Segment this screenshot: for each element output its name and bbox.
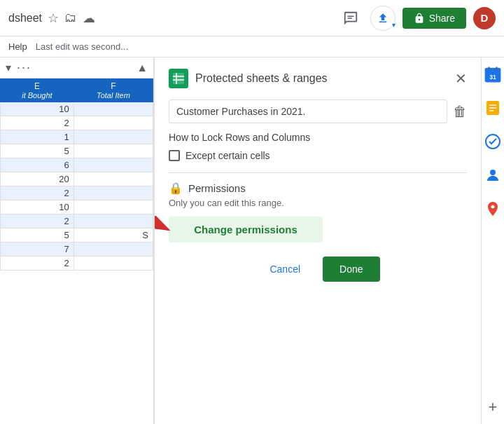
- main: ▾ ··· ▲ E it Bought F Total Item: [0, 57, 504, 424]
- cell-e[interactable]: 10: [1, 102, 74, 116]
- except-cells-label: Except certain cells: [186, 150, 270, 161]
- table-row: 5: [1, 144, 153, 158]
- cell-f[interactable]: [74, 257, 153, 271]
- sidebar-maps-icon[interactable]: [482, 198, 504, 220]
- svg-rect-9: [496, 67, 497, 70]
- panel-header: Protected sheets & ranges ✕: [169, 69, 467, 88]
- table-row: 1: [1, 130, 153, 144]
- cell-f[interactable]: [74, 158, 153, 172]
- cloud-icon[interactable]: ☁: [83, 11, 95, 26]
- done-button[interactable]: Done: [323, 257, 379, 282]
- header: dsheet ☆ 🗂 ☁ Share D: [0, 0, 504, 36]
- sheet-toolbar: ▾ ··· ▲: [0, 57, 153, 78]
- table-row: 2: [1, 214, 153, 228]
- col-e-label: it Bought: [5, 91, 69, 100]
- sheets-icon: [169, 69, 188, 88]
- avatar[interactable]: D: [473, 7, 496, 29]
- cell-e[interactable]: 10: [1, 200, 74, 214]
- comments-button[interactable]: [338, 6, 363, 31]
- svg-point-16: [490, 170, 496, 175]
- col-f-letter: F: [78, 81, 148, 91]
- table-row: 7: [1, 242, 153, 257]
- cancel-button[interactable]: Cancel: [255, 257, 314, 282]
- sidebar-add-icon[interactable]: +: [482, 396, 504, 418]
- col-f-label: Total Item: [78, 91, 148, 100]
- cell-e[interactable]: 2: [1, 186, 74, 200]
- panel-title: Protected sheets & ranges: [195, 72, 448, 85]
- last-edit: Last edit was second...: [36, 41, 128, 52]
- lock-rows-label: How to Lock Rows and Columns: [169, 132, 467, 143]
- table-row: 5S: [1, 228, 153, 242]
- cell-e[interactable]: 2: [1, 116, 74, 130]
- sidebar-contacts-icon[interactable]: [482, 164, 504, 186]
- change-permissions-wrapper: Change permissions: [169, 217, 467, 242]
- table-row: 2: [1, 186, 153, 200]
- more-options-button[interactable]: ···: [17, 60, 31, 75]
- change-permissions-button[interactable]: Change permissions: [169, 217, 323, 242]
- cell-f[interactable]: [74, 214, 153, 228]
- chevron-up-icon[interactable]: ▲: [136, 62, 148, 74]
- cell-e[interactable]: 6: [1, 158, 74, 172]
- svg-rect-7: [485, 68, 500, 73]
- header-left: dsheet ☆ 🗂 ☁: [8, 11, 332, 26]
- table-row: 2: [1, 257, 153, 271]
- cell-f[interactable]: [74, 200, 153, 214]
- table-row: 6: [1, 158, 153, 172]
- right-sidebar: 31: [481, 57, 504, 424]
- svg-rect-1: [173, 73, 184, 84]
- publish-button[interactable]: [370, 6, 396, 31]
- sub-header: Help Last edit was second...: [0, 36, 504, 57]
- cell-f[interactable]: [74, 186, 153, 200]
- range-row: 🗑: [169, 100, 467, 123]
- cell-f[interactable]: S: [74, 228, 153, 242]
- divider: [169, 172, 467, 173]
- cell-e[interactable]: 5: [1, 144, 74, 158]
- app-title: dsheet: [8, 12, 42, 25]
- cell-f[interactable]: [74, 242, 153, 257]
- chevron-down-icon[interactable]: ▾: [6, 61, 11, 74]
- svg-rect-8: [489, 67, 490, 70]
- share-label: Share: [429, 13, 455, 24]
- permissions-subtitle: Only you can edit this range.: [169, 198, 467, 208]
- lock-icon: 🔒: [169, 182, 183, 195]
- svg-text:31: 31: [489, 74, 496, 81]
- star-icon[interactable]: ☆: [48, 11, 59, 26]
- header-right: Share D: [338, 6, 496, 31]
- cell-e[interactable]: 2: [1, 214, 74, 228]
- panel-close-button[interactable]: ✕: [455, 71, 467, 86]
- cell-e[interactable]: 7: [1, 242, 74, 257]
- cell-e[interactable]: 1: [1, 130, 74, 144]
- permissions-title: Permissions: [188, 182, 246, 194]
- protected-panel: Protected sheets & ranges ✕ 🗑 How to Loc…: [154, 57, 481, 424]
- col-e-letter: E: [5, 81, 69, 91]
- cell-f[interactable]: [74, 144, 153, 158]
- cell-e[interactable]: 5: [1, 228, 74, 242]
- table-row: 20: [1, 172, 153, 186]
- cell-f[interactable]: [74, 130, 153, 144]
- permissions-section: 🔒 Permissions Only you can edit this ran…: [169, 182, 467, 208]
- help-menu[interactable]: Help: [8, 41, 27, 52]
- folder-icon[interactable]: 🗂: [64, 11, 77, 25]
- checkbox-row[interactable]: Except certain cells: [169, 150, 467, 161]
- col-f-header[interactable]: F Total Item: [74, 79, 153, 102]
- cell-f[interactable]: [74, 102, 153, 116]
- red-arrow-icon: [154, 216, 176, 244]
- cell-f[interactable]: [74, 116, 153, 130]
- cell-f[interactable]: [74, 172, 153, 186]
- spreadsheet-area: ▾ ··· ▲ E it Bought F Total Item: [0, 57, 154, 424]
- except-cells-checkbox[interactable]: [169, 150, 180, 161]
- delete-icon[interactable]: 🗑: [453, 104, 467, 120]
- sidebar-calendar-icon[interactable]: 31: [482, 63, 504, 86]
- sidebar-notes-icon[interactable]: [482, 97, 504, 119]
- range-input[interactable]: [169, 100, 447, 123]
- bottom-buttons: Cancel Done: [169, 257, 467, 282]
- sidebar-tasks-icon[interactable]: [482, 130, 504, 153]
- cell-e[interactable]: 2: [1, 257, 74, 271]
- cell-e[interactable]: 20: [1, 172, 74, 186]
- sheet-table: E it Bought F Total Item 1021562021025S7…: [0, 78, 153, 424]
- perm-header: 🔒 Permissions: [169, 182, 467, 195]
- col-e-header[interactable]: E it Bought: [1, 79, 74, 102]
- share-button[interactable]: Share: [402, 8, 466, 29]
- table-row: 10: [1, 102, 153, 116]
- table-row: 2: [1, 116, 153, 130]
